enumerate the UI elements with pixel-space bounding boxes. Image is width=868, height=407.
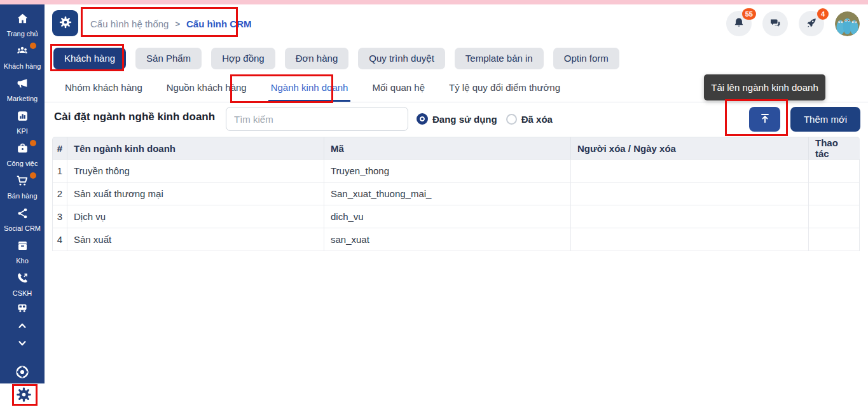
chevron-down-icon: [17, 338, 28, 352]
topbar-actions: 55 4: [726, 11, 860, 36]
page-title: Cài đặt ngành nghề kinh doanh: [54, 111, 215, 123]
business-sectors-table: # Tên ngành kinh doanh Mã Người xóa / Ng…: [52, 137, 860, 251]
cell-name: Dịch vụ: [67, 205, 324, 228]
radio-unselected-icon: [506, 114, 517, 125]
tab-template-ban-in[interactable]: Template bản in: [455, 48, 544, 69]
sidebar-item-label: Bán hàng: [7, 192, 37, 200]
cell-deleted: [571, 160, 809, 183]
notification-dot: [30, 43, 36, 49]
cell-actions: [809, 205, 860, 228]
cell-deleted: [571, 228, 809, 251]
chevron-up-icon: [17, 320, 28, 334]
sidebar-item-cskh[interactable]: CSKH: [0, 268, 45, 300]
tab-don-hang[interactable]: Đơn hàng: [285, 48, 349, 69]
subtab-moi-quan-he[interactable]: Mối quan hệ: [369, 73, 427, 102]
cell-index: 1: [52, 160, 67, 183]
breadcrumb-current[interactable]: Cấu hình CRM: [186, 18, 252, 29]
subtab-nguon-khach-hang[interactable]: Nguồn khách hàng: [164, 73, 249, 102]
cell-name: Sản xuất: [67, 228, 324, 251]
cell-name: Sản xuất thương mại: [67, 183, 324, 205]
sidebar-item-marketing[interactable]: Marketing: [0, 73, 45, 106]
sidebar-item-social-crm[interactable]: Social CRM: [0, 203, 45, 235]
search-input[interactable]: [226, 107, 408, 131]
megaphone-icon: [16, 77, 29, 93]
rocket-badge: 4: [817, 8, 829, 20]
notification-dot: [30, 172, 36, 179]
tab-san-pham[interactable]: Sản Phẩm: [135, 48, 202, 69]
rocket-icon: [805, 17, 818, 31]
col-code: Mã: [324, 137, 571, 160]
sidebar-item-khach-hang[interactable]: Khách hàng: [0, 41, 45, 73]
main-tabs: Khách hàng Sản Phẩm Hợp đồng Đơn hàng Qu…: [45, 43, 868, 73]
users-icon: [15, 44, 29, 60]
top-pink-strip: [0, 0, 868, 4]
table-row[interactable]: 4 Sản xuất san_xuat: [52, 228, 860, 251]
bottom-settings-button[interactable]: [15, 387, 32, 404]
gear-icon: [15, 386, 32, 406]
upload-icon: [759, 112, 771, 127]
van-icon: [16, 301, 29, 317]
cell-code: san_xuat: [324, 228, 571, 251]
subtab-nganh-kinh-doanh[interactable]: Ngành kinh doanh: [268, 73, 351, 102]
upload-tooltip: Tải lên ngành kinh doanh: [704, 74, 825, 100]
radio-dang-su-dung[interactable]: Đang sử dụng: [417, 113, 497, 125]
notification-dot: [30, 140, 36, 146]
sidebar-item-label: Marketing: [7, 95, 38, 102]
breadcrumb-parent[interactable]: Cấu hình hệ thống: [90, 18, 169, 29]
messages-button[interactable]: [762, 11, 788, 36]
tab-quy-trinh-duyet[interactable]: Quy trình duyệt: [358, 48, 445, 69]
briefcase-icon: [16, 142, 29, 158]
table-row[interactable]: 1 Truyền thông Truyen_thong: [52, 160, 860, 183]
subtab-nhom-khach-hang[interactable]: Nhóm khách hàng: [62, 73, 145, 102]
cell-deleted: [571, 205, 809, 228]
cell-name: Truyền thông: [67, 160, 324, 183]
share-icon: [16, 207, 29, 223]
rocket-button[interactable]: 4: [799, 11, 824, 36]
gear-icon: [59, 15, 72, 31]
sidebar-item-label: CSKH: [13, 289, 32, 297]
breadcrumb: Cấu hình hệ thống > Cấu hình CRM: [90, 4, 252, 43]
avatar[interactable]: [835, 11, 860, 36]
sidebar-item-label: Khách hàng: [4, 62, 41, 70]
subtab-ty-le-quy-doi[interactable]: Tỷ lệ quy đổi điểm thưởng: [446, 73, 563, 102]
cell-actions: [809, 183, 860, 205]
sidebar-scroll-down[interactable]: [0, 336, 45, 354]
sidebar-item-label: Công việc: [7, 160, 38, 167]
box-icon: [16, 239, 29, 255]
tab-khach-hang[interactable]: Khách hàng: [53, 48, 126, 69]
system-config-button[interactable]: [52, 10, 78, 36]
tab-hop-dong[interactable]: Hợp đồng: [211, 48, 275, 69]
bell-icon: [733, 17, 745, 31]
sidebar-item-label: Social CRM: [4, 224, 41, 232]
cell-index: 2: [52, 183, 67, 205]
add-new-button[interactable]: Thêm mới: [790, 107, 860, 132]
cell-code: San_xuat_thuong_mai_: [324, 183, 571, 205]
sidebar-item-kho[interactable]: Kho: [0, 235, 45, 268]
sidebar-item-ban-hang[interactable]: Bán hàng: [0, 170, 45, 203]
phone-out-icon: [16, 272, 29, 287]
radio-da-xoa[interactable]: Đã xóa: [506, 114, 553, 125]
cell-index: 4: [52, 228, 67, 251]
table-row[interactable]: 3 Dịch vụ dich_vu: [52, 205, 860, 228]
crm-settings-page: Trang chủ Khách hàng Marketing: [0, 0, 868, 407]
sidebar-scroll-up[interactable]: [0, 318, 45, 336]
content-panel: Cài đặt ngành nghề kinh doanh Đang sử dụ…: [45, 102, 868, 407]
kpi-chart-icon: [16, 109, 29, 125]
radio-selected-icon: [417, 113, 428, 125]
cell-actions: [809, 160, 860, 183]
upload-button[interactable]: [749, 107, 780, 132]
sidebar-item-trang-chu[interactable]: Trang chủ: [0, 8, 45, 41]
sidebar-item-label: Kho: [16, 257, 29, 265]
cell-code: Truyen_thong: [324, 160, 571, 183]
status-filter: Đang sử dụng Đã xóa: [417, 102, 553, 135]
home-icon: [16, 12, 29, 28]
sidebar-item-kpi[interactable]: KPI: [0, 106, 45, 138]
notifications-button[interactable]: 55: [726, 11, 752, 36]
table-row[interactable]: 2 Sản xuất thương mại San_xuat_thuong_ma…: [52, 183, 860, 205]
sidebar-item-van[interactable]: [0, 300, 45, 318]
tab-optin-form[interactable]: Optin form: [553, 48, 619, 69]
sidebar-item-cong-viec[interactable]: Công việc: [0, 138, 45, 170]
sidebar-item-help[interactable]: [0, 364, 45, 383]
breadcrumb-separator: >: [175, 19, 180, 29]
chat-icon: [769, 17, 782, 31]
